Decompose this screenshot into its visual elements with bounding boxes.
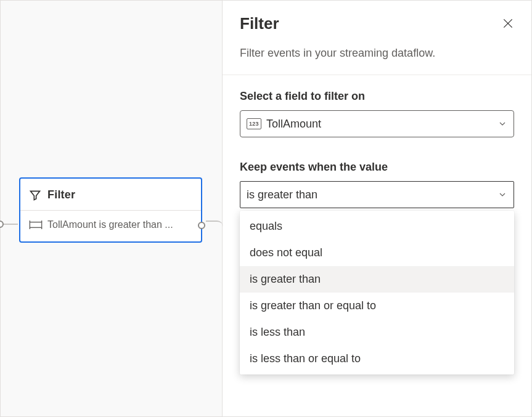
field-select-value: TollAmount — [266, 118, 493, 131]
condition-select-group: Keep events when the value is greater th… — [240, 161, 514, 208]
node-description: TollAmount is greater than ... — [47, 219, 173, 230]
condition-select-value: is greater than — [247, 188, 493, 201]
chevron-down-icon — [497, 190, 507, 200]
node-title: Filter — [47, 188, 75, 201]
field-select[interactable]: 123 TollAmount — [240, 110, 514, 137]
condition-option[interactable]: does not equal — [240, 240, 514, 266]
chevron-down-icon — [497, 119, 507, 129]
edge-stub-out — [206, 221, 223, 227]
condition-option[interactable]: is greater than or equal to — [240, 293, 514, 319]
condition-select-label: Keep events when the value — [240, 161, 514, 174]
field-icon — [29, 221, 41, 229]
properties-panel: Filter Filter events in your streaming d… — [223, 1, 531, 416]
condition-dropdown-list: equalsdoes not equalis greater thanis gr… — [240, 211, 514, 374]
condition-select[interactable]: is greater than — [240, 181, 514, 208]
panel-title: Filter — [240, 14, 514, 33]
type-badge-icon: 123 — [247, 118, 261, 129]
field-select-group: Select a field to filter on 123 TollAmou… — [240, 90, 514, 137]
svg-rect-0 — [30, 222, 41, 228]
dataflow-canvas[interactable]: Filter TollAmount is greater than ... — [1, 1, 223, 416]
filter-icon — [29, 189, 41, 201]
condition-option[interactable]: is less than — [240, 319, 514, 346]
condition-option[interactable]: equals — [240, 213, 514, 240]
input-port[interactable] — [0, 221, 4, 228]
output-port[interactable] — [198, 222, 205, 229]
condition-option[interactable]: is less than or equal to — [240, 346, 514, 372]
panel-subtitle: Filter events in your streaming dataflow… — [240, 47, 514, 60]
condition-option[interactable]: is greater than — [240, 266, 514, 293]
close-icon — [502, 17, 514, 31]
close-button[interactable] — [498, 14, 518, 34]
filter-node[interactable]: Filter TollAmount is greater than ... — [19, 177, 202, 243]
field-select-label: Select a field to filter on — [240, 90, 514, 103]
